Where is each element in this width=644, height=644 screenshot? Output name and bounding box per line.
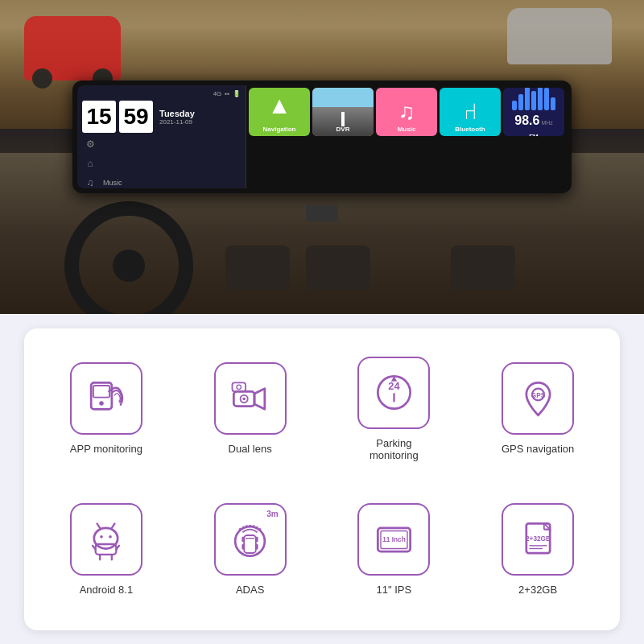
app-grid: ▲ Navigation DVR ♫ Music <box>246 85 567 188</box>
settings-row: ⚙ <box>82 136 241 152</box>
hour-block: 15 <box>82 101 116 133</box>
fm-bar-4 <box>531 91 536 110</box>
wifi-icon: ▪▪ <box>225 90 229 97</box>
settings-icon[interactable]: ⚙ <box>82 136 98 152</box>
date-string: 2021-11-09 <box>159 118 195 126</box>
adas-icon <box>228 518 272 562</box>
dvr-tile[interactable]: DVR <box>312 88 374 136</box>
svg-point-15 <box>94 527 118 548</box>
vent-left <box>225 246 290 290</box>
adas-badge: 3m <box>266 510 278 518</box>
svg-point-8 <box>237 385 242 390</box>
storage-label: 2+32GB <box>518 584 557 596</box>
svg-line-19 <box>112 523 115 528</box>
device-outer: 4G ▪▪ 🔋 15 59 Tuesday 2021-11-09 <box>72 80 572 193</box>
home-row: ⌂ <box>82 155 241 171</box>
app-monitoring-icon-box <box>70 362 142 435</box>
time-row: 15 59 Tuesday 2021-11-09 <box>82 101 241 133</box>
parking-monitoring-icon-box: 24 <box>357 357 430 429</box>
gps-label: GPS navigation <box>502 443 574 455</box>
bluetooth-icon: ⑁ <box>464 99 477 125</box>
minute-block: 59 <box>119 101 153 133</box>
dual-lens-icon-box <box>214 362 287 435</box>
day-name: Tuesday <box>159 109 195 118</box>
android-label: Android 8.1 <box>80 584 134 596</box>
left-icons: ⚙ ⌂ ♫ Music ↩ Unknow <box>82 136 241 188</box>
parking-monitoring-icon: 24 <box>372 370 416 415</box>
vent-right <box>451 246 515 290</box>
dashboard-photo: 4G ▪▪ 🔋 15 59 Tuesday 2021-11-09 <box>0 0 644 314</box>
status-bar: 4G ▪▪ 🔋 <box>82 90 241 97</box>
app-monitoring-icon <box>84 377 128 421</box>
feature-dual-lens: Dual lens <box>184 345 316 473</box>
dual-lens-label: Dual lens <box>229 443 272 455</box>
parking-monitoring-label: Parking monitoring <box>369 437 419 461</box>
fm-bar-1 <box>512 101 517 110</box>
svg-point-25 <box>235 526 265 556</box>
svg-rect-1 <box>93 386 109 398</box>
svg-marker-4 <box>254 388 265 409</box>
fm-label: FM <box>529 133 539 135</box>
svg-rect-31 <box>255 544 258 549</box>
steering-wheel <box>64 201 193 314</box>
ips-icon: 11 Inch <box>372 518 416 562</box>
music-label: Music <box>398 126 416 133</box>
svg-point-17 <box>109 535 113 539</box>
navigation-label: Navigation <box>263 126 296 133</box>
music-note-icon: ♫ <box>398 99 415 125</box>
time-display: 15 59 <box>82 101 153 133</box>
car-right <box>507 8 612 64</box>
fm-unit: MHz <box>541 120 552 126</box>
svg-point-6 <box>242 397 246 400</box>
svg-text:11 Inch: 11 Inch <box>382 536 405 543</box>
app-monitoring-label: APP monitoring <box>70 443 142 455</box>
ips-label: 11" IPS <box>377 584 412 596</box>
svg-point-2 <box>100 401 105 406</box>
android-icon-box <box>70 503 142 576</box>
navigation-icon: ▲ <box>267 92 291 119</box>
adas-label: ADAS <box>236 584 264 596</box>
signal-icon: 4G <box>213 90 222 97</box>
feature-adas: 3m ADAS <box>184 485 316 614</box>
feature-ips: 11 Inch 11" IPS <box>328 485 460 614</box>
storage-icon-box: 2+32GB <box>502 503 574 576</box>
svg-rect-28 <box>242 536 246 541</box>
feature-parking-monitoring: 24 Parking monitoring <box>328 345 460 473</box>
dual-lens-icon <box>228 377 272 421</box>
fm-frequency-row: 98.6 MHz <box>514 114 553 128</box>
svg-rect-30 <box>242 544 246 549</box>
ips-icon-box: 11 Inch <box>357 503 430 576</box>
fm-tile[interactable]: 98.6 MHz FM <box>503 88 564 136</box>
car-left <box>24 16 121 80</box>
fm-bar-7 <box>551 97 555 110</box>
fm-bar-5 <box>538 88 543 110</box>
gps-icon-box: GPS <box>502 362 574 435</box>
bluetooth-tile[interactable]: ⑁ Bluetooth <box>440 88 501 136</box>
svg-point-16 <box>101 535 104 539</box>
dvr-label: DVR <box>336 126 350 133</box>
fm-waveform <box>512 88 555 110</box>
adas-icon-box: 3m <box>214 503 287 576</box>
fm-bar-6 <box>544 88 549 110</box>
device-screen: 4G ▪▪ 🔋 15 59 Tuesday 2021-11-09 <box>77 85 567 188</box>
music-info-row: ♫ Music <box>82 175 241 188</box>
battery-icon: 🔋 <box>233 90 241 97</box>
music-tile[interactable]: ♫ Music <box>376 88 437 136</box>
svg-text:24: 24 <box>388 380 400 392</box>
android-icon <box>84 518 128 562</box>
vent-center <box>306 246 370 290</box>
screen-left-panel: 4G ▪▪ 🔋 15 59 Tuesday 2021-11-09 <box>77 85 246 188</box>
music-icon: ♫ <box>82 175 98 188</box>
svg-text:GPS: GPS <box>530 391 545 398</box>
features-section: APP monitoring Dual lens <box>0 314 644 644</box>
device-stand <box>306 205 338 221</box>
navigation-tile[interactable]: ▲ Navigation <box>249 88 310 136</box>
fm-bar-2 <box>518 94 523 110</box>
fm-frequency: 98.6 <box>514 114 539 128</box>
home-icon[interactable]: ⌂ <box>82 155 98 171</box>
feature-android: Android 8.1 <box>40 485 172 614</box>
svg-rect-7 <box>233 382 246 391</box>
feature-app-monitoring: APP monitoring <box>40 345 172 473</box>
feature-gps: GPS GPS navigation <box>472 345 604 473</box>
feature-storage: 2+32GB 2+32GB <box>472 485 604 614</box>
